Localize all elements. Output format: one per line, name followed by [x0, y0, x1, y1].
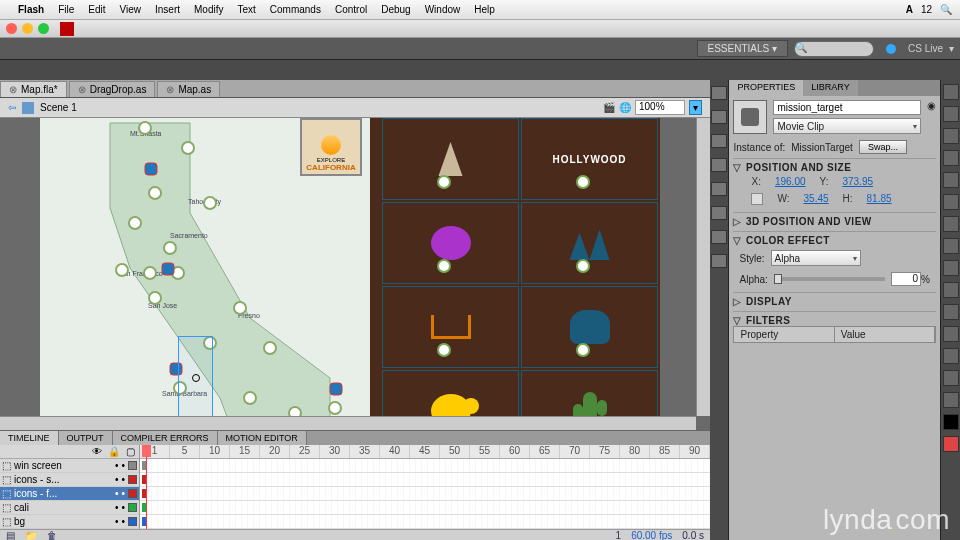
app-name[interactable]: Flash [18, 4, 44, 15]
eyedropper-tool-icon[interactable] [943, 326, 959, 342]
menu-edit[interactable]: Edit [88, 4, 105, 15]
icon-cell-hollywood[interactable]: HOLLYWOOD [521, 118, 658, 200]
doc-tab-map-fla[interactable]: ⊗Map.fla* [0, 81, 67, 97]
menu-file[interactable]: File [58, 4, 74, 15]
frame-track[interactable] [140, 501, 710, 515]
subselection-tool-icon[interactable] [943, 106, 959, 122]
stroke-color-swatch[interactable] [943, 414, 959, 430]
hand-tool-icon[interactable] [943, 370, 959, 386]
new-layer-icon[interactable]: ▤ [6, 530, 15, 540]
instance-name-input[interactable] [773, 100, 921, 115]
window-zoom-icon[interactable] [38, 23, 49, 34]
menu-control[interactable]: Control [335, 4, 367, 15]
tab-properties[interactable]: PROPERTIES [729, 80, 803, 96]
doc-tab-dragdrop-as[interactable]: ⊗DragDrop.as [69, 81, 156, 97]
menu-help[interactable]: Help [474, 4, 495, 15]
twirl-icon[interactable]: ▷ [733, 216, 742, 227]
delete-layer-icon[interactable]: 🗑 [47, 530, 57, 540]
cs-live-dropdown-icon[interactable]: ▾ [949, 43, 954, 54]
layer-row[interactable]: ⬚bg•• [0, 515, 139, 529]
menu-text[interactable]: Text [237, 4, 255, 15]
icon-cell-bear[interactable] [521, 286, 658, 368]
menu-modify[interactable]: Modify [194, 4, 223, 15]
zoom-dropdown-icon[interactable]: ▾ [689, 100, 702, 115]
twirl-icon[interactable]: ▽ [733, 162, 742, 173]
cs-live-icon[interactable] [886, 44, 896, 54]
panel-icon[interactable] [711, 86, 727, 100]
free-transform-tool-icon[interactable] [943, 128, 959, 144]
collapsed-panel-dock[interactable] [710, 80, 729, 540]
twirl-icon[interactable]: ▽ [733, 235, 742, 246]
workspace-switcher[interactable]: ESSENTIALS ▾ [697, 40, 788, 57]
line-tool-icon[interactable] [943, 216, 959, 232]
fill-color-swatch[interactable] [943, 436, 959, 452]
new-folder-icon[interactable]: 📁 [25, 530, 37, 540]
panel-icon[interactable] [711, 230, 727, 244]
text-tool-icon[interactable] [943, 194, 959, 210]
frame-track[interactable] [140, 459, 710, 473]
tab-compiler-errors[interactable]: COMPILER ERRORS [113, 431, 218, 445]
tab-output[interactable]: OUTPUT [59, 431, 113, 445]
menu-window[interactable]: Window [425, 4, 461, 15]
color-style-dropdown[interactable]: Alpha [771, 250, 861, 266]
lock-icon[interactable]: 🔒 [108, 446, 120, 457]
alpha-slider[interactable] [774, 277, 885, 281]
edit-scene-icon[interactable]: 🎬 [603, 102, 615, 113]
menu-debug[interactable]: Debug [381, 4, 410, 15]
playhead[interactable] [146, 445, 147, 529]
tab-close-icon[interactable]: ⊗ [9, 84, 17, 95]
layer-row[interactable]: ⬚cali•• [0, 501, 139, 515]
tab-library[interactable]: LIBRARY [803, 80, 857, 96]
zoom-input[interactable]: 100% [635, 100, 685, 115]
lasso-tool-icon[interactable] [943, 150, 959, 166]
help-search-input[interactable]: 🔍 [794, 41, 874, 57]
color-effect-target-icon[interactable]: ◉ [927, 100, 936, 111]
tab-close-icon[interactable]: ⊗ [78, 84, 86, 95]
scene-label[interactable]: Scene 1 [40, 102, 77, 113]
eraser-tool-icon[interactable] [943, 348, 959, 364]
menu-commands[interactable]: Commands [270, 4, 321, 15]
cs-live-label[interactable]: CS Live [908, 43, 943, 54]
panel-icon[interactable] [711, 254, 727, 268]
frame-track[interactable] [140, 487, 710, 501]
menu-view[interactable]: View [119, 4, 141, 15]
back-icon[interactable]: ⇦ [8, 102, 16, 113]
icon-cell-mission[interactable] [382, 118, 519, 200]
zoom-tool-icon[interactable] [943, 392, 959, 408]
layer-row[interactable]: ⬚icons - s...•• [0, 473, 139, 487]
tab-timeline[interactable]: TIMELINE [0, 431, 59, 445]
window-minimize-icon[interactable] [22, 23, 33, 34]
w-value[interactable]: 35.45 [804, 193, 829, 205]
frame-ruler[interactable]: 151015202530354045505560657075808590 [140, 445, 710, 459]
lock-aspect-icon[interactable] [751, 193, 763, 205]
panel-icon[interactable] [711, 110, 727, 124]
layer-row[interactable]: ⬚win screen•• [0, 459, 139, 473]
panel-icon[interactable] [711, 182, 727, 196]
stage-h-scrollbar[interactable] [0, 416, 696, 430]
stage-v-scrollbar[interactable] [696, 118, 710, 416]
visibility-icon[interactable]: 👁 [92, 446, 102, 457]
brush-tool-icon[interactable] [943, 282, 959, 298]
menu-insert[interactable]: Insert [155, 4, 180, 15]
symbol-type-dropdown[interactable]: Movie Clip [773, 118, 921, 134]
y-value[interactable]: 373.95 [842, 176, 873, 187]
tab-close-icon[interactable]: ⊗ [166, 84, 174, 95]
doc-tab-map-as[interactable]: ⊗Map.as [157, 81, 220, 97]
rectangle-tool-icon[interactable] [943, 238, 959, 254]
pen-tool-icon[interactable] [943, 172, 959, 188]
spotlight-icon[interactable]: 🔍 [940, 4, 952, 15]
outline-icon[interactable]: ▢ [126, 446, 135, 457]
h-value[interactable]: 81.85 [867, 193, 892, 205]
twirl-icon[interactable]: ▽ [733, 315, 742, 326]
pencil-tool-icon[interactable] [943, 260, 959, 276]
layer-row[interactable]: ⬚icons - f...•• [0, 487, 139, 501]
twirl-icon[interactable]: ▷ [733, 296, 742, 307]
tab-motion-editor[interactable]: MOTION EDITOR [218, 431, 307, 445]
edit-symbols-icon[interactable]: 🌐 [619, 102, 631, 113]
window-close-icon[interactable] [6, 23, 17, 34]
selection-tool-icon[interactable] [943, 84, 959, 100]
swap-button[interactable]: Swap... [859, 140, 907, 154]
frame-track[interactable] [140, 515, 710, 529]
frame-track[interactable] [140, 473, 710, 487]
panel-icon[interactable] [711, 134, 727, 148]
